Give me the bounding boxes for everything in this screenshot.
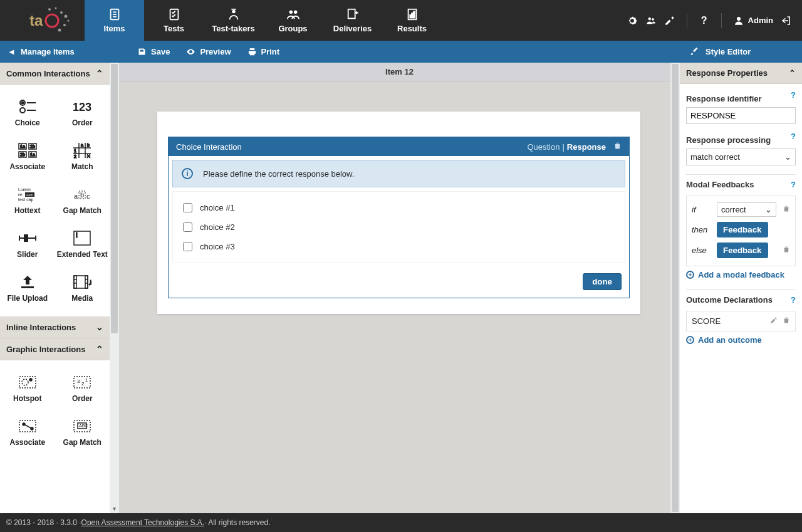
save-icon bbox=[137, 47, 147, 56]
graphic-interactions-header[interactable]: Graphic Interactions ⌃ bbox=[0, 338, 110, 360]
preview-button[interactable]: Preview bbox=[186, 47, 231, 56]
chevron-down-icon: ⌄ bbox=[765, 205, 772, 214]
users-icon[interactable] bbox=[645, 15, 657, 26]
then-feedback-button[interactable]: Feedback bbox=[717, 222, 768, 237]
svg-point-2 bbox=[60, 11, 63, 14]
interaction-title: Choice Interaction bbox=[176, 142, 527, 152]
nav-tab-results[interactable]: Results bbox=[382, 0, 442, 41]
response-processing-label: Response processing bbox=[686, 135, 796, 145]
delete-interaction-icon[interactable] bbox=[613, 142, 622, 152]
choice-row: choice #3 bbox=[180, 237, 617, 256]
response-properties-header[interactable]: Response Properties ⌃ bbox=[680, 63, 802, 84]
choice-icon bbox=[18, 98, 37, 115]
info-icon: i bbox=[182, 168, 193, 179]
interaction-slider[interactable]: Slider bbox=[0, 224, 55, 268]
plus-icon: + bbox=[686, 271, 694, 279]
svg-point-16 bbox=[289, 11, 293, 14]
response-id-label: Response identifier bbox=[686, 94, 796, 103]
chevron-down-icon: ⌄ bbox=[784, 152, 791, 162]
edit-outcome-icon[interactable] bbox=[770, 316, 778, 326]
interaction-media[interactable]: ♪Media bbox=[55, 268, 110, 311]
canvas-scrollbar[interactable] bbox=[670, 63, 680, 513]
else-feedback-button[interactable]: Feedback bbox=[717, 243, 768, 258]
file-upload-icon bbox=[18, 274, 37, 290]
done-button[interactable]: done bbox=[583, 273, 622, 290]
sidebar-scrollbar[interactable]: ▾ bbox=[110, 63, 119, 513]
choice-checkbox-1[interactable] bbox=[183, 203, 192, 212]
help-icon[interactable]: ? bbox=[699, 15, 710, 26]
nav-tab-groups[interactable]: Groups bbox=[263, 0, 323, 41]
action-bar: ◄ Manage Items Save Preview Print Style … bbox=[0, 41, 802, 63]
modal-feedback-box: if correct ⌄ then Feedback else Feedback bbox=[686, 196, 796, 266]
interaction-g-order[interactable]: 321Order bbox=[55, 368, 110, 412]
interaction-order[interactable]: 123Order bbox=[55, 92, 110, 136]
interaction-hotspot[interactable]: Hotspot bbox=[0, 368, 55, 412]
print-button[interactable]: Print bbox=[247, 47, 280, 56]
interaction-g-gap-match[interactable]: ABCGap Match bbox=[55, 412, 110, 456]
nav-tab-label: Results bbox=[397, 24, 427, 33]
svg-rect-72 bbox=[19, 377, 36, 388]
interaction-file-upload[interactable]: File Upload bbox=[0, 268, 55, 311]
help-icon[interactable]: ? bbox=[791, 132, 796, 141]
interaction-label: Match bbox=[71, 162, 93, 171]
choice-checkbox-3[interactable] bbox=[183, 242, 192, 251]
style-editor-button[interactable]: Style Editor bbox=[680, 41, 802, 63]
interaction-g-associate[interactable]: Associate bbox=[0, 412, 55, 456]
interaction-associate[interactable]: 1a2b2b1aAssociate bbox=[0, 136, 55, 180]
outcome-box: SCORE bbox=[686, 311, 796, 331]
svg-text:ta: ta bbox=[29, 12, 43, 29]
response-tab[interactable]: Response bbox=[567, 142, 606, 152]
settings-icon[interactable] bbox=[627, 15, 638, 26]
interaction-extended-text[interactable]: IExtended Text bbox=[55, 224, 110, 268]
if-condition-select[interactable]: correct ⌄ bbox=[717, 202, 776, 217]
interaction-label: Choice bbox=[15, 118, 40, 127]
delete-else-icon[interactable] bbox=[783, 246, 790, 255]
add-outcome-link[interactable]: + Add an outcome bbox=[686, 331, 796, 346]
svg-rect-13 bbox=[170, 9, 178, 20]
match-icon: 12ab✕ bbox=[73, 142, 91, 159]
response-id-input[interactable] bbox=[686, 107, 796, 124]
svg-text:✕: ✕ bbox=[86, 154, 91, 159]
nav-tab-test-takers[interactable]: Test-takers bbox=[204, 0, 263, 41]
common-interactions-label: Common Interactions bbox=[6, 69, 90, 78]
svg-rect-59 bbox=[24, 235, 28, 241]
svg-rect-66 bbox=[85, 276, 88, 288]
common-interactions-header[interactable]: Common Interactions ⌃ bbox=[0, 63, 110, 85]
interaction-hottext[interactable]: Loremre.Hotttext capHottext bbox=[0, 180, 55, 224]
nav-tab-tests[interactable]: Tests bbox=[144, 0, 204, 41]
question-tab[interactable]: Question bbox=[527, 142, 560, 152]
footer-company-link[interactable]: Open Assessment Technologies S.A. bbox=[81, 518, 205, 527]
delete-feedback-icon[interactable] bbox=[783, 205, 790, 214]
interaction-gap-match[interactable]: abcGap Match bbox=[55, 180, 110, 224]
help-icon[interactable]: ? bbox=[791, 295, 796, 305]
chevron-down-icon: ⌄ bbox=[96, 322, 103, 332]
choice-checkbox-2[interactable] bbox=[183, 222, 192, 232]
nav-tab-label: Items bbox=[104, 24, 125, 33]
then-label: then bbox=[692, 225, 711, 234]
help-icon[interactable]: ? bbox=[791, 90, 796, 100]
extended-text-icon: I bbox=[73, 230, 91, 246]
nav-tab-items[interactable]: Items bbox=[85, 0, 144, 41]
chevron-up-icon: ⌃ bbox=[96, 344, 103, 354]
help-icon[interactable]: ? bbox=[791, 180, 796, 189]
interaction-choice[interactable]: Choice bbox=[0, 92, 55, 136]
logo[interactable]: ta bbox=[0, 0, 85, 41]
svg-point-27 bbox=[21, 102, 23, 104]
svg-text:ABC: ABC bbox=[79, 424, 88, 428]
info-text: Please define the correct response below… bbox=[203, 169, 354, 179]
interaction-match[interactable]: 12ab✕Match bbox=[55, 136, 110, 180]
if-value: correct bbox=[721, 205, 746, 214]
save-button[interactable]: Save bbox=[137, 47, 170, 56]
response-processing-select[interactable]: match correct ⌄ bbox=[686, 149, 796, 165]
add-modal-feedback-link[interactable]: + Add a modal feedback bbox=[686, 266, 796, 281]
tools-icon[interactable] bbox=[664, 15, 675, 26]
back-manage-items[interactable]: ◄ Manage Items bbox=[0, 41, 122, 63]
nav-tab-deliveries[interactable]: Deliveries bbox=[323, 0, 382, 41]
admin-menu[interactable]: Admin bbox=[733, 15, 773, 26]
delete-outcome-icon[interactable] bbox=[783, 316, 790, 326]
inline-interactions-header[interactable]: Inline Interactions ⌄ bbox=[0, 316, 110, 338]
g-order-icon: 321 bbox=[73, 374, 91, 390]
logout-icon[interactable] bbox=[781, 15, 792, 26]
interaction-label: Associate bbox=[9, 162, 45, 171]
svg-point-5 bbox=[58, 28, 61, 31]
